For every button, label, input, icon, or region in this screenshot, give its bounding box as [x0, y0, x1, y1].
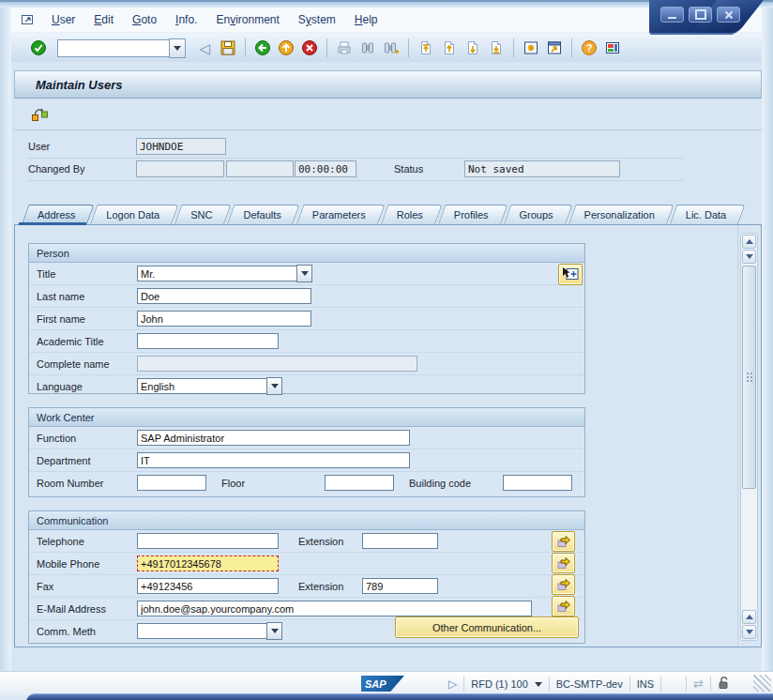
sap-gui-window: User Edit Goto Info. Environment System … — [0, 0, 773, 700]
enter-icon[interactable] — [28, 38, 49, 58]
telephone-field[interactable] — [137, 533, 279, 549]
create-shortcut-icon[interactable] — [544, 38, 565, 58]
floor-field[interactable] — [325, 475, 394, 491]
title-label: Title — [37, 268, 137, 280]
cancel-icon[interactable] — [299, 38, 320, 58]
telephone-label: Telephone — [37, 536, 137, 547]
comm-meth-dropdown-icon[interactable] — [266, 622, 282, 640]
room-number-field[interactable] — [137, 475, 206, 491]
exit-icon[interactable] — [276, 38, 296, 58]
previous-page-icon[interactable] — [439, 38, 460, 58]
back-icon[interactable] — [252, 38, 273, 58]
references-icon[interactable] — [27, 103, 52, 126]
email-detail-button[interactable] — [552, 596, 575, 616]
function-field[interactable] — [137, 430, 410, 446]
application-toolbar — [14, 99, 762, 130]
command-input[interactable] — [57, 39, 169, 57]
scrollbar-thumb[interactable] — [742, 266, 756, 489]
last-page-icon[interactable] — [486, 38, 507, 58]
customize-layout-icon[interactable] — [602, 38, 623, 58]
language-dropdown-icon[interactable] — [266, 377, 282, 395]
menu-help[interactable]: Help — [346, 10, 386, 29]
first-page-icon[interactable] — [416, 38, 436, 58]
lock-icon — [718, 676, 730, 692]
language-select[interactable] — [137, 378, 266, 394]
building-code-field[interactable] — [503, 475, 572, 491]
comm-meth-label: Comm. Meth — [37, 626, 137, 637]
complete-name-field — [137, 356, 417, 372]
scroll-up-icon[interactable] — [742, 235, 756, 249]
telephone-extension-field[interactable] — [362, 533, 438, 549]
insert-mode-field[interactable]: INS — [637, 678, 654, 690]
command-field-dropdown[interactable] — [169, 38, 186, 58]
comm-meth-combo — [137, 622, 282, 640]
command-field — [57, 38, 186, 58]
title-combo — [137, 265, 312, 282]
department-field[interactable] — [137, 452, 410, 468]
other-communication-button[interactable]: Other Communication... — [395, 616, 579, 638]
status-field[interactable] — [464, 160, 620, 177]
mobile-phone-field[interactable] — [137, 555, 279, 571]
tab-lic-data[interactable]: Lic. Data — [670, 205, 738, 224]
changed-time-field[interactable] — [295, 160, 356, 177]
menu-goto[interactable]: Goto — [124, 10, 165, 29]
tab-snc[interactable]: SNC — [174, 205, 224, 224]
tab-roles[interactable]: Roles — [381, 205, 435, 224]
title-select[interactable] — [137, 266, 296, 282]
communication-section-header: Communication — [29, 511, 584, 530]
last-name-field[interactable] — [137, 288, 311, 304]
save-icon[interactable] — [218, 38, 238, 58]
menu-environment[interactable]: Environment — [207, 10, 287, 29]
tab-address[interactable]: Address — [22, 205, 87, 224]
fax-field[interactable] — [137, 578, 279, 594]
mobile-detail-button[interactable] — [552, 553, 575, 573]
find-next-icon[interactable] — [381, 38, 402, 58]
first-name-field[interactable] — [137, 311, 311, 327]
find-icon[interactable] — [357, 38, 378, 58]
menu-edit[interactable]: Edit — [85, 10, 122, 29]
system-field[interactable]: RFD (1) 100 — [471, 678, 528, 690]
academic-title-field[interactable] — [137, 333, 279, 349]
menu-user[interactable]: User — [43, 10, 83, 29]
scroll-up-icon-bottom[interactable] — [742, 610, 756, 624]
vertical-scrollbar[interactable] — [740, 233, 758, 641]
close-button[interactable] — [717, 7, 740, 23]
changed-by-field[interactable] — [136, 160, 224, 177]
scroll-down-icon-bottom[interactable] — [742, 625, 756, 639]
complete-name-row: Complete name — [29, 353, 584, 375]
detail-arrow-icon — [556, 535, 571, 548]
next-page-icon[interactable] — [462, 38, 483, 58]
user-field[interactable] — [136, 138, 226, 155]
mobile-phone-row: Mobile Phone — [29, 553, 584, 575]
title-dropdown-icon[interactable] — [296, 265, 312, 282]
detail-arrow-icon — [556, 556, 571, 570]
tab-personalization[interactable]: Personalization — [568, 205, 667, 224]
tab-groups[interactable]: Groups — [504, 205, 566, 224]
status-expand-icon[interactable]: ▷ — [448, 677, 457, 691]
page-title: Maintain Users — [36, 78, 122, 92]
scroll-down-icon[interactable] — [742, 250, 756, 264]
tab-logon-data[interactable]: Logon Data — [90, 205, 172, 224]
telephone-detail-button[interactable] — [552, 531, 575, 552]
collapse-icon[interactable]: ◁ — [194, 38, 215, 58]
minimize-button[interactable] — [660, 7, 684, 23]
changed-date-field[interactable] — [226, 160, 294, 177]
tab-defaults[interactable]: Defaults — [227, 205, 293, 224]
resize-grip[interactable] — [753, 675, 771, 692]
system-dropdown-icon[interactable] — [535, 682, 542, 691]
menu-system[interactable]: System — [290, 10, 344, 29]
address-expand-button[interactable] — [558, 264, 583, 285]
tab-parameters[interactable]: Parameters — [296, 205, 378, 224]
menu-info[interactable]: Info. — [167, 10, 205, 29]
fax-detail-button[interactable] — [552, 574, 575, 595]
maximize-button[interactable] — [689, 7, 712, 23]
screen-menu-icon[interactable] — [21, 13, 36, 26]
new-session-icon[interactable] — [521, 38, 541, 58]
fax-extension-field[interactable] — [362, 578, 438, 594]
comm-meth-select[interactable] — [137, 623, 266, 639]
tab-profiles[interactable]: Profiles — [438, 205, 501, 224]
window-plus-cursor-icon — [561, 266, 580, 282]
help-icon[interactable]: ? — [579, 38, 599, 58]
email-field[interactable] — [137, 601, 532, 616]
print-icon[interactable] — [334, 38, 355, 58]
